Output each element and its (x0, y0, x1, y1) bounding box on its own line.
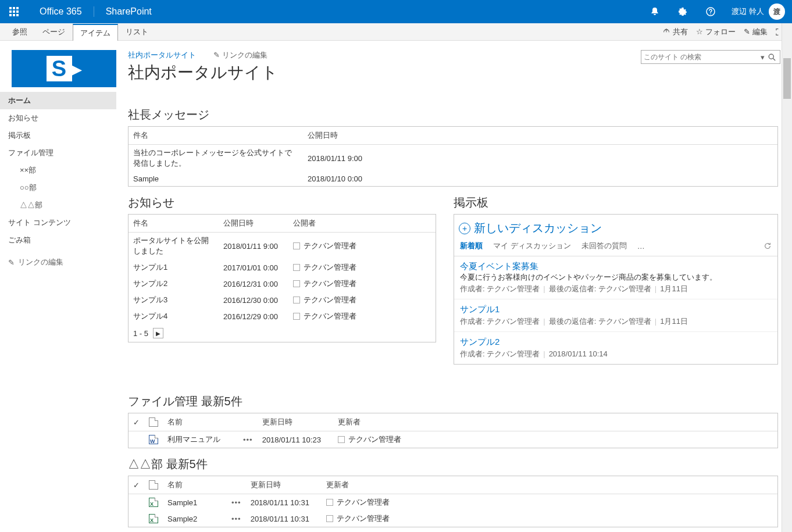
checkbox[interactable] (293, 297, 300, 304)
discussion-title-link[interactable]: サンプル2 (460, 337, 772, 348)
checkbox[interactable] (293, 280, 300, 287)
discussion-tab-more[interactable]: … (637, 242, 645, 251)
col-published[interactable]: 公開日時 (303, 127, 777, 145)
new-discussion-button[interactable]: + 新しいディスカッション (454, 215, 777, 238)
cell-subject: サンプル2 (129, 276, 219, 292)
file-row[interactable]: 利用マニュアル•••2018/01/11 10:23テクバン管理者 (129, 431, 777, 448)
nav-item[interactable]: サイト コンテンツ (0, 214, 116, 231)
col-publisher[interactable]: 公開者 (288, 215, 436, 233)
col-type-icon[interactable] (144, 476, 163, 494)
cell-subject: 当社のコーポレートメッセージを公式サイトで発信しました。 (129, 145, 303, 172)
list-row[interactable]: サンプル32016/12/30 0:00テクバン管理者 (129, 292, 436, 308)
row-checkbox[interactable] (129, 510, 144, 527)
col-modifier[interactable]: 更新者 (333, 413, 777, 431)
checkbox[interactable] (338, 436, 345, 443)
col-modified[interactable]: 更新日時 (246, 476, 322, 494)
discussion-title-link[interactable]: 今夏イベント案募集 (460, 261, 772, 272)
file-name[interactable]: Sample2 (163, 510, 227, 527)
col-name[interactable]: 名前 (163, 413, 238, 431)
nav-item[interactable]: お知らせ (0, 109, 116, 127)
col-modifier[interactable]: 更新者 (322, 476, 777, 494)
col-modified[interactable]: 更新日時 (258, 413, 333, 431)
item-menu-icon[interactable]: ••• (231, 515, 241, 523)
row-checkbox[interactable] (129, 431, 144, 448)
checkbox[interactable] (293, 242, 300, 249)
share-button[interactable]: 共有 (662, 27, 688, 37)
checkbox[interactable] (326, 515, 333, 522)
edit-links-top[interactable]: ✎ リンクの編集 (213, 50, 267, 60)
nav-item[interactable]: ごみ箱 (0, 231, 116, 249)
cell-subject: ポータルサイトを公開しました (129, 233, 219, 260)
cell-published: 2018/01/11 9:00 (303, 145, 777, 172)
scrollbar-thumb[interactable] (783, 58, 791, 99)
nav-item[interactable]: ホーム (0, 92, 116, 109)
checkbox[interactable] (293, 264, 300, 271)
list-row[interactable]: ポータルサイトを公開しました2018/01/11 9:00テクバン管理者 (129, 233, 436, 260)
edit-button[interactable]: ✎ 編集 (744, 27, 768, 37)
office365-link[interactable]: Office 365 (28, 6, 94, 17)
file-row[interactable]: Sample2•••2018/01/11 10:31テクバン管理者 (129, 510, 777, 527)
dept-file-list: ✓ 名前 更新日時 更新者 Sample1•••2018/01/11 10:31… (128, 476, 778, 527)
nav-item[interactable]: ××部 (0, 162, 116, 179)
site-logo-icon[interactable]: S▸ (12, 50, 116, 87)
discussion-tab-recent[interactable]: 新着順 (460, 241, 483, 251)
nav-item[interactable]: ファイル管理 (0, 144, 116, 162)
help-icon[interactable] (697, 0, 725, 23)
ribbon-tab-list[interactable]: リスト (118, 23, 156, 40)
refresh-icon[interactable] (764, 242, 772, 250)
svg-rect-6 (9, 14, 12, 16)
col-select[interactable]: ✓ (129, 413, 144, 431)
settings-icon[interactable] (669, 0, 697, 23)
search-icon[interactable] (766, 53, 777, 61)
app-launcher-icon[interactable] (0, 0, 28, 23)
cell-subject: サンプル4 (129, 308, 219, 324)
cell-publisher: テクバン管理者 (288, 308, 436, 324)
discussion-item: 今夏イベント案募集今夏に行うお客様向けのイベントやパッケージ商品の案を募集してい… (454, 256, 777, 299)
col-name[interactable]: 名前 (163, 476, 227, 494)
col-subject[interactable]: 件名 (129, 215, 219, 233)
col-select[interactable]: ✓ (129, 476, 144, 494)
col-type-icon[interactable] (144, 413, 163, 431)
list-row[interactable]: サンプル42016/12/29 0:00テクバン管理者 (129, 308, 436, 324)
list-row[interactable]: Sample2018/01/10 0:00 (129, 172, 777, 186)
discussion-tab-mine[interactable]: マイ ディスカッション (493, 241, 571, 251)
col-published[interactable]: 公開日時 (219, 215, 288, 233)
main-content: 社長メッセージ 件名 公開日時 当社のコーポレートメッセージを公式サイトで発信し… (116, 92, 792, 532)
search-scope-chevron-icon[interactable]: ▾ (759, 53, 766, 62)
row-checkbox[interactable] (129, 494, 144, 511)
discussion-tab-unanswered[interactable]: 未回答の質問 (581, 241, 627, 251)
breadcrumb-site-link[interactable]: 社内ポータルサイト (128, 50, 196, 60)
ribbon-tab-browse[interactable]: 参照 (5, 23, 35, 40)
file-name[interactable]: 利用マニュアル (163, 431, 238, 448)
pager-next-icon[interactable]: ▶ (153, 328, 163, 338)
checkbox[interactable] (293, 313, 300, 320)
ribbon-tab-items[interactable]: アイテム (73, 24, 118, 41)
col-subject[interactable]: 件名 (129, 127, 303, 145)
list-row[interactable]: 当社のコーポレートメッセージを公式サイトで発信しました。2018/01/11 9… (129, 145, 777, 172)
list-row[interactable]: サンプル12017/01/01 0:00テクバン管理者 (129, 259, 436, 276)
vertical-scrollbar[interactable] (782, 23, 792, 532)
webpart-title-announcements: お知らせ (128, 195, 436, 210)
file-name[interactable]: Sample1 (163, 494, 227, 511)
checkbox[interactable] (326, 499, 333, 506)
item-menu-icon[interactable]: ••• (243, 435, 253, 444)
ribbon-tab-page[interactable]: ページ (35, 23, 73, 40)
notifications-icon[interactable] (641, 0, 669, 23)
cell-modifier: テクバン管理者 (322, 510, 777, 527)
nav-edit-links[interactable]: ✎ リンクの編集 (0, 249, 116, 276)
nav-item[interactable]: △△部 (0, 197, 116, 214)
nav-item[interactable]: 掲示板 (0, 127, 116, 144)
item-menu-icon[interactable]: ••• (231, 498, 241, 507)
search-box[interactable]: ▾ (641, 50, 780, 64)
cell-modified: 2018/01/11 10:23 (258, 431, 333, 448)
file-row[interactable]: Sample1•••2018/01/11 10:31テクバン管理者 (129, 494, 777, 511)
list-row[interactable]: サンプル22016/12/31 0:00テクバン管理者 (129, 276, 436, 292)
discussion-title-link[interactable]: サンプル1 (460, 304, 772, 315)
sharepoint-link[interactable]: SharePoint (94, 6, 163, 17)
search-input[interactable] (644, 53, 759, 61)
follow-button[interactable]: ☆ フォロー (696, 27, 736, 37)
file-list: ✓ 名前 更新日時 更新者 利用マニュアル•••2018/01/11 10:23… (128, 413, 778, 448)
user-menu[interactable]: 渡辺 幹人 渡 (725, 3, 792, 20)
nav-item[interactable]: ○○部 (0, 179, 116, 197)
plus-circle-icon: + (459, 223, 470, 234)
